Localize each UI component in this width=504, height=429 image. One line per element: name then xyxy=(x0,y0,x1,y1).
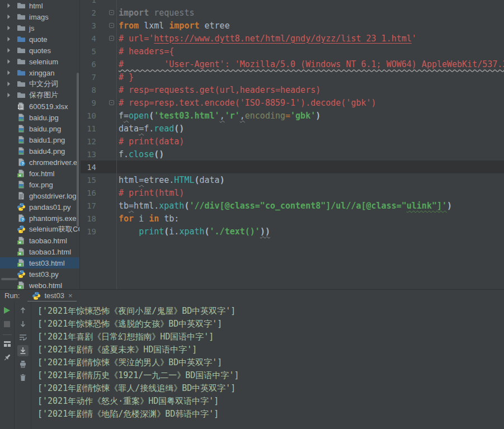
editor-line[interactable]: 6# 'User-Agent': 'Mozilla/5.0 (Windows N… xyxy=(81,58,504,70)
editor-line[interactable]: 5# headers={ xyxy=(81,45,504,58)
scroll-to-end-button[interactable] xyxy=(17,345,29,356)
editor-line[interactable]: 13f.close() xyxy=(81,148,504,161)
editor-line[interactable]: 2import requests xyxy=(81,6,504,19)
tree-item[interactable]: 600519.xlsx xyxy=(0,101,79,112)
soft-wrap-button[interactable] xyxy=(17,332,29,343)
editor-line[interactable]: 9# resp=resp.text.encode('ISO-8859-1').d… xyxy=(81,96,504,109)
pin-tab-button[interactable] xyxy=(2,352,13,363)
chevron-right-icon[interactable] xyxy=(7,26,15,30)
editor-line[interactable]: 7# } xyxy=(81,70,504,83)
line-number[interactable]: 1 xyxy=(81,0,96,4)
line-number[interactable]: 17 xyxy=(81,201,96,210)
tree-item[interactable]: Hfox.html xyxy=(0,168,79,179)
editor-line[interactable]: 3from lxml import etree xyxy=(81,19,504,32)
tree-item[interactable]: fox.png xyxy=(0,179,79,190)
line-number[interactable]: 16 xyxy=(81,188,96,197)
tree-item[interactable]: js xyxy=(0,22,79,34)
chevron-right-icon[interactable] xyxy=(7,3,15,8)
line-number[interactable]: 8 xyxy=(81,86,96,95)
line-number[interactable]: 6 xyxy=(81,60,96,69)
line-number[interactable]: 12 xyxy=(81,137,96,146)
tree-item[interactable]: html xyxy=(0,0,79,11)
arrow-down-icon xyxy=(18,319,27,328)
editor-line[interactable]: 8# resp=requests.get(url,headers=headers… xyxy=(81,83,504,96)
line-number[interactable]: 19 xyxy=(81,227,96,236)
tree-item[interactable]: imags xyxy=(0,11,79,22)
tree-item[interactable]: selenium xyxy=(0,56,79,67)
tree-item[interactable]: baidu1.png xyxy=(0,134,79,145)
rerun-button[interactable] xyxy=(2,305,13,316)
tree-item[interactable]: Htest03.html xyxy=(0,257,79,268)
fold-region-icon[interactable] xyxy=(96,23,116,28)
line-number[interactable]: 15 xyxy=(81,176,96,185)
line-number[interactable]: 7 xyxy=(81,73,96,82)
line-number[interactable]: 4 xyxy=(81,34,96,43)
chevron-right-icon[interactable] xyxy=(7,59,15,64)
code-text: # url='https://www.dytt8.net/html/gndy/d… xyxy=(116,34,417,44)
line-number[interactable]: 3 xyxy=(81,21,96,30)
editor-line[interactable]: 1 xyxy=(81,0,504,6)
restore-layout-button[interactable] xyxy=(2,338,13,350)
tree-item[interactable]: Htaobao1.html xyxy=(0,246,79,257)
clear-console-button[interactable] xyxy=(17,372,29,383)
editor-line[interactable]: 17tb=html.xpath('//div[@class="co_conten… xyxy=(81,199,504,212)
tree-item[interactable]: Hwebo.html xyxy=(0,280,79,289)
chevron-right-icon[interactable] xyxy=(7,48,15,53)
chevron-right-icon[interactable] xyxy=(7,93,15,97)
stop-button[interactable] xyxy=(2,318,13,329)
line-number[interactable]: 9 xyxy=(81,98,96,107)
fold-region-icon[interactable] xyxy=(96,10,116,15)
tree-item[interactable]: 保存图片 xyxy=(0,89,79,101)
folder-icon xyxy=(17,68,26,77)
tree-vertical-scrollbar[interactable] xyxy=(77,73,79,227)
tree-item[interactable]: quote xyxy=(0,34,79,45)
line-number[interactable]: 10 xyxy=(81,111,96,120)
down-stacktrace-button[interactable] xyxy=(17,318,29,329)
up-stacktrace-button[interactable] xyxy=(17,305,29,316)
tree-item-label: imags xyxy=(29,13,49,21)
folder-icon xyxy=(17,35,26,44)
tree-item[interactable]: Htaobao.html xyxy=(0,235,79,246)
line-number[interactable]: 2 xyxy=(81,8,96,17)
console-output[interactable]: ['2021年惊悚恐怖《夜间小屋/鬼屋》BD中英双字']['2021年惊悚恐怖《… xyxy=(32,301,504,429)
editor-line[interactable]: 12# print(data) xyxy=(81,135,504,148)
line-number[interactable]: 13 xyxy=(81,150,96,159)
tree-item-label: quotes xyxy=(29,46,51,55)
close-tab-icon[interactable]: × xyxy=(68,291,73,300)
tree-item[interactable]: ghostdriver.log xyxy=(0,190,79,201)
tree-item[interactable]: xinggan xyxy=(0,67,79,78)
editor-line[interactable]: 19 print(i.xpath('./text()')) xyxy=(81,225,504,238)
chevron-right-icon[interactable] xyxy=(7,37,15,41)
line-number[interactable]: 18 xyxy=(81,214,96,223)
tree-item[interactable]: baidu.jpg xyxy=(0,112,79,123)
print-button[interactable] xyxy=(17,359,29,370)
fold-region-icon[interactable] xyxy=(96,36,116,41)
editor-line[interactable]: 18for i in tb: xyxy=(81,212,504,225)
editor-line[interactable]: 11data=f.read() xyxy=(81,122,504,135)
tree-item[interactable]: baidu.png xyxy=(0,123,79,134)
code-editor[interactable]: 12import requests3from lxml import etree… xyxy=(81,0,504,289)
tree-item[interactable]: ?chromedriver.e xyxy=(0,157,79,168)
editor-line[interactable]: 15html=etree.HTML(data) xyxy=(81,173,504,186)
tree-item[interactable]: baidu4.png xyxy=(0,145,79,157)
tree-item[interactable]: ?phantomjs.exe xyxy=(0,213,79,224)
chevron-right-icon[interactable] xyxy=(7,15,15,19)
line-number[interactable]: 11 xyxy=(81,124,96,133)
chevron-right-icon[interactable] xyxy=(7,82,15,86)
chevron-right-icon[interactable] xyxy=(7,70,15,75)
fold-region-icon[interactable] xyxy=(96,100,116,105)
editor-line[interactable]: 10f=open('test03.html','r',encoding='gbk… xyxy=(81,109,504,122)
tree-item[interactable]: quotes xyxy=(0,45,79,56)
python-icon xyxy=(17,202,26,211)
tree-item[interactable]: pandas01.py xyxy=(0,201,79,213)
line-number[interactable]: 14 xyxy=(81,163,96,172)
run-tab-label: test03 xyxy=(44,291,64,300)
line-number[interactable]: 5 xyxy=(81,47,96,56)
tree-item[interactable]: selenium获取CO xyxy=(0,224,79,235)
tree-item[interactable]: 中文分词 xyxy=(0,78,79,89)
editor-line[interactable]: 16# print(html) xyxy=(81,186,504,199)
tree-horizontal-scrollbar[interactable] xyxy=(1,278,18,280)
run-tab-test03[interactable]: test03 × xyxy=(27,290,77,302)
editor-line[interactable]: 14 xyxy=(81,161,504,173)
editor-line[interactable]: 4# url='https://www.dytt8.net/html/gndy/… xyxy=(81,32,504,45)
